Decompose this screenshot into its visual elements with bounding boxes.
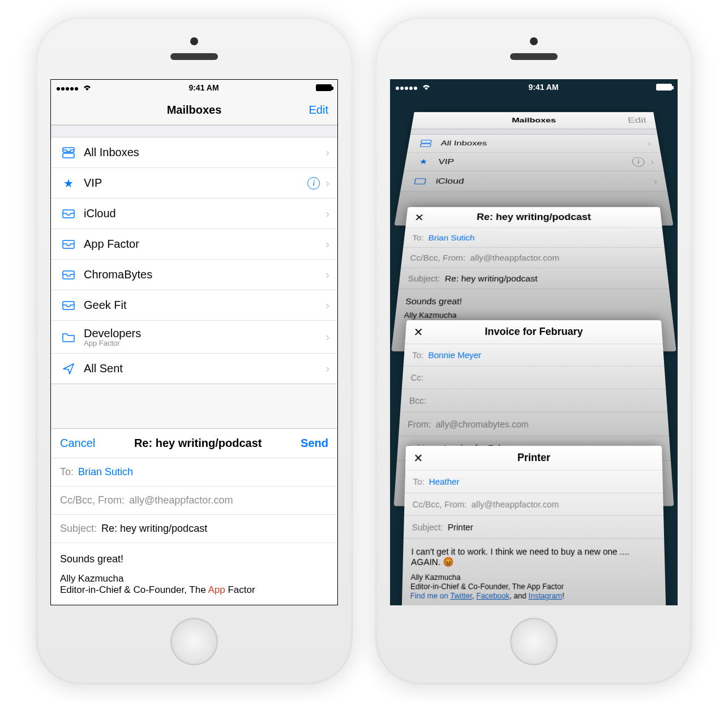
info-icon[interactable]: i — [307, 177, 320, 190]
navbar: Mailboxes Edit — [51, 96, 337, 125]
wifi-icon — [422, 84, 431, 91]
mailbox-label: ChromaBytes — [78, 268, 326, 281]
camera-dot — [530, 37, 538, 45]
to-field[interactable]: To: Bonnie Meyer — [404, 344, 665, 366]
battery-icon — [316, 84, 332, 91]
compose-header: Cancel Re: hey writing/podcast Send — [51, 429, 337, 458]
stack-inbox-icon — [59, 147, 78, 158]
mailbox-icloud[interactable]: iCloud › — [51, 199, 337, 229]
status-bar: 9:41 AM — [51, 80, 337, 96]
edit-button[interactable]: Edit — [309, 104, 328, 117]
facebook-link[interactable]: Facebook — [476, 591, 509, 600]
battery-icon — [656, 84, 672, 91]
chevron-right-icon: › — [326, 299, 329, 312]
mailbox-label: Developers App Factor — [78, 327, 326, 347]
compose-sheet[interactable]: Cancel Re: hey writing/podcast Send To: … — [51, 428, 337, 605]
mailbox-developers[interactable]: Developers App Factor › — [51, 321, 337, 354]
star-icon: ★ — [59, 177, 78, 190]
star-icon: ★ — [413, 157, 434, 166]
chevron-right-icon: › — [326, 268, 329, 281]
svg-rect-1 — [63, 153, 74, 158]
inbox-icon — [410, 178, 431, 184]
mailbox-label: VIP — [432, 157, 632, 166]
to-value: Brian Sutich — [428, 233, 475, 242]
mailbox-icloud[interactable]: iCloud › — [400, 171, 667, 191]
compose-title: Re: hey writing/podcast — [134, 437, 262, 450]
cc-field[interactable]: Cc: — [402, 367, 666, 389]
ccbcc-field[interactable]: Cc/Bcc, From: ally@theappfactor.com — [404, 493, 663, 516]
inbox-icon — [59, 240, 78, 249]
folder-icon — [59, 332, 78, 342]
chevron-right-icon: › — [326, 207, 329, 220]
inbox-icon — [59, 301, 78, 310]
close-icon[interactable]: ✕ — [413, 451, 423, 465]
info-icon[interactable]: i — [632, 157, 645, 166]
body-text: Sounds great! — [396, 289, 671, 308]
mailbox-label: All Inboxes — [78, 146, 326, 159]
draft-card-3[interactable]: ✕ Printer To: Heather Cc/Bcc, From: ally… — [401, 446, 666, 605]
twitter-link[interactable]: Twitter — [450, 591, 472, 600]
section-gap — [51, 125, 337, 137]
inbox-icon — [59, 209, 78, 218]
home-button[interactable] — [170, 618, 218, 665]
to-field[interactable]: To: Brian Sutich — [403, 228, 665, 248]
signature: Ally Kazmucha Editor-in-Chief & Co-Found… — [51, 570, 337, 605]
close-icon[interactable]: ✕ — [413, 325, 424, 338]
svg-rect-6 — [421, 140, 431, 143]
instagram-link[interactable]: Instagram — [529, 591, 563, 600]
status-time: 9:41 AM — [189, 83, 219, 92]
to-field[interactable]: To: Heather — [405, 471, 663, 493]
cancel-button[interactable]: Cancel — [60, 437, 95, 450]
inbox-icon — [59, 270, 78, 279]
to-field[interactable]: To: Brian Sutich — [51, 458, 337, 487]
chevron-right-icon: › — [326, 330, 329, 343]
mailbox-all-inboxes[interactable]: All Inboxes › — [51, 137, 337, 168]
ccbcc-field[interactable]: Cc/Bcc, From: ally@theappfactor.com — [51, 487, 337, 515]
screen-left: 9:41 AM Mailboxes Edit All Inboxes › ★ V… — [50, 79, 338, 605]
home-button[interactable] — [510, 618, 558, 665]
to-value: Brian Sutich — [78, 466, 133, 478]
send-button[interactable]: Send — [301, 437, 328, 450]
wifi-icon — [83, 84, 92, 91]
mailbox-vip[interactable]: ★ VIP i › — [51, 168, 337, 199]
mailbox-label: All Sent — [78, 362, 326, 375]
close-icon[interactable]: ✕ — [414, 211, 425, 223]
subject-field[interactable]: Subject: Re: hey writing/podcast — [51, 515, 337, 543]
mailbox-label: All Inboxes — [435, 139, 648, 147]
signal-dots-icon — [57, 83, 79, 92]
speaker-slot — [510, 53, 558, 60]
body-text[interactable]: Sounds great! — [51, 543, 337, 570]
from-value: ally@theappfactor.com — [129, 494, 233, 506]
bcc-field[interactable]: Bcc: — [400, 389, 667, 412]
edit-button[interactable]: Edit — [627, 116, 647, 125]
mailbox-label: App Factor — [78, 238, 326, 251]
body-text: I can't get it to work. I think we need … — [402, 539, 665, 570]
mailbox-appfactor[interactable]: App Factor › — [51, 229, 337, 260]
sig-role: Editor-in-Chief & Co-Founder, The App Fa… — [60, 584, 328, 596]
mailbox-chromabytes[interactable]: ChromaBytes › — [51, 260, 337, 290]
status-time: 9:41 AM — [528, 83, 558, 92]
signature: Ally Kazmucha Editor-in-Chief & Co-Found… — [402, 570, 666, 605]
chevron-right-icon: › — [326, 362, 329, 375]
section-gap — [410, 129, 657, 135]
screen-right: 9:41 AM Mailboxes Edit All Inboxes › — [390, 79, 678, 605]
mailbox-all-sent[interactable]: All Sent › — [51, 354, 337, 384]
draft-header: ✕ Re: hey writing/podcast — [405, 207, 662, 228]
mailbox-all-inboxes[interactable]: All Inboxes › — [407, 135, 661, 153]
navbar-title: Mailboxes — [167, 104, 222, 117]
ccbcc-field[interactable]: Cc/Bcc, From: ally@theappfactor.com — [401, 248, 667, 268]
subject-field[interactable]: Subject: Re: hey writing/podcast — [399, 268, 669, 289]
speaker-slot — [170, 53, 218, 60]
subject-label: Subject: — [60, 523, 97, 535]
chevron-right-icon: › — [650, 157, 656, 166]
iphone-device-right: 9:41 AM Mailboxes Edit All Inboxes › — [375, 17, 692, 685]
from-field[interactable]: From: ally@chromabytes.com — [399, 412, 669, 436]
mailbox-geekfit[interactable]: Geek Fit › — [51, 290, 337, 321]
ccbcc-label: Cc/Bcc, From: — [60, 494, 125, 506]
draft-stack: Mailboxes Edit All Inboxes › ★ VIP i › — [390, 95, 678, 605]
chevron-right-icon: › — [326, 238, 329, 251]
svg-rect-3 — [63, 240, 74, 248]
subject-field[interactable]: Subject: Printer — [404, 516, 664, 539]
chevron-right-icon: › — [646, 139, 652, 148]
mailbox-vip[interactable]: ★ VIP i › — [404, 153, 663, 171]
